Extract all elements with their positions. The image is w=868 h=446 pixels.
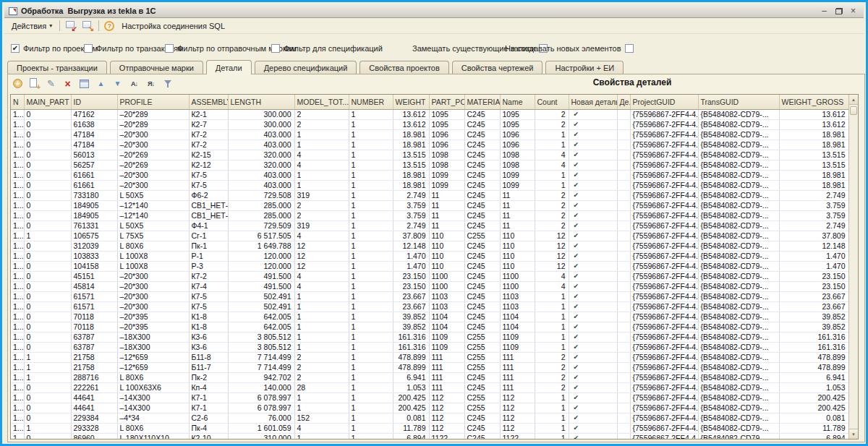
table-cell[interactable]: 319 (294, 220, 349, 231)
table-cell[interactable]: С255 (464, 352, 500, 362)
table-cell[interactable]: {75596867-2FF4-4... (630, 220, 698, 231)
column-header[interactable]: Name (500, 95, 535, 109)
table-cell[interactable]: ✔ (569, 332, 617, 342)
table-cell[interactable]: ✔ (569, 210, 617, 220)
table-cell[interactable]: 1 (294, 140, 349, 150)
table-cell[interactable]: 1 (349, 140, 393, 150)
table-cell[interactable]: 1... (11, 342, 24, 352)
table-cell[interactable]: {B5484082-CD79-... (698, 291, 779, 301)
table-cell[interactable]: 1 (349, 342, 393, 352)
table-cell[interactable]: 1 (294, 342, 349, 352)
table-cell[interactable]: –20*395 (117, 322, 189, 332)
table-cell[interactable]: С245 (464, 291, 500, 301)
table-cell[interactable]: 2.749 (779, 220, 848, 231)
table-cell[interactable]: 152 (294, 413, 349, 423)
sort-descending-button[interactable]: Я↓ (145, 77, 157, 90)
table-cell[interactable] (617, 190, 630, 200)
table-cell[interactable]: 1122 (429, 433, 464, 439)
table-cell[interactable]: 0 (24, 200, 71, 210)
table-cell[interactable]: К2-1 (189, 109, 228, 119)
table-cell[interactable]: С245 (464, 200, 500, 210)
table-cell[interactable]: 285.000 (228, 200, 294, 210)
table-cell[interactable]: 1... (11, 332, 24, 342)
close-button[interactable]: × (847, 6, 859, 16)
table-cell[interactable]: 4 (535, 150, 569, 160)
table-cell[interactable]: 1 (535, 291, 569, 301)
table-cell[interactable]: 1103 (500, 301, 535, 312)
table-cell[interactable]: {75596867-2FF4-4... (630, 160, 698, 170)
table-cell[interactable]: {B5484082-CD79-... (698, 423, 779, 433)
table-cell[interactable]: СВ1_НЕТ-1 (189, 210, 228, 220)
table-cell[interactable]: {B5484082-CD79-... (698, 322, 779, 332)
table-cell[interactable]: ✔ (569, 251, 617, 261)
tab-spec-tree[interactable]: Дерево спецификаций (255, 61, 357, 74)
load-form-button[interactable]: ↙ (65, 21, 77, 31)
table-cell[interactable]: ✔ (569, 190, 617, 200)
table-cell[interactable]: 110 (429, 231, 464, 241)
table-cell[interactable] (617, 119, 630, 129)
table-cell[interactable]: 1... (11, 261, 24, 271)
table-cell[interactable]: 18.981 (779, 129, 848, 140)
table-cell[interactable]: ✔ (569, 231, 617, 241)
table-cell[interactable]: 21758 (71, 362, 117, 372)
table-cell[interactable]: ✔ (569, 170, 617, 180)
table-cell[interactable]: {75596867-2FF4-4... (630, 393, 698, 403)
table-cell[interactable]: –20*269 (117, 150, 189, 160)
table-cell[interactable]: 0 (24, 109, 71, 119)
table-cell[interactable]: {B5484082-CD79-... (698, 150, 779, 160)
table-cell[interactable]: 1 (349, 312, 393, 322)
table-cell[interactable]: С255 (464, 231, 500, 241)
table-cell[interactable]: {B5484082-CD79-... (698, 129, 779, 140)
move-up-button[interactable]: ▲ (95, 77, 107, 90)
table-cell[interactable]: 70118 (71, 322, 117, 332)
table-cell[interactable]: {75596867-2FF4-4... (630, 140, 698, 150)
table-cell[interactable]: {75596867-2FF4-4... (630, 281, 698, 291)
table-cell[interactable] (617, 312, 630, 322)
table-cell[interactable]: 1... (11, 352, 24, 362)
table-cell[interactable]: 3.759 (779, 200, 848, 210)
restore-button[interactable] (833, 6, 845, 16)
table-cell[interactable]: 300.000 (228, 109, 294, 119)
list-settings-button[interactable] (161, 77, 174, 90)
table-cell[interactable]: С245 (464, 433, 500, 439)
table-cell[interactable]: 1104 (500, 312, 535, 322)
column-header[interactable]: LENGTH (228, 95, 294, 109)
table-cell[interactable]: 1096 (500, 140, 535, 150)
table-cell[interactable]: {75596867-2FF4-4... (630, 382, 698, 393)
table-cell[interactable]: 1 (349, 261, 393, 271)
table-cell[interactable]: {B5484082-CD79-... (698, 342, 779, 352)
table-cell[interactable]: 1 (349, 372, 393, 382)
table-cell[interactable]: К7-1 (189, 393, 228, 403)
table-cell[interactable]: ✔ (569, 129, 617, 140)
table-cell[interactable] (617, 261, 630, 271)
table-row[interactable]: 1...0104158L 100X8Р-3120.0001211.470110С… (11, 261, 848, 271)
table-cell[interactable]: 76.000 (228, 413, 294, 423)
table-cell[interactable]: 11 (500, 190, 535, 200)
table-cell[interactable]: 1... (11, 413, 24, 423)
table-row[interactable]: 1...1288716L 80X6Пк-2942.702216.941111С2… (11, 372, 848, 382)
table-cell[interactable]: {B5484082-CD79-... (698, 332, 779, 342)
table-cell[interactable]: 3 805.512 (228, 332, 294, 342)
table-cell[interactable]: 2 (294, 210, 349, 220)
table-cell[interactable]: 0 (24, 150, 71, 160)
table-cell[interactable]: 56257 (71, 160, 117, 170)
add-row-button[interactable]: + (12, 77, 24, 90)
table-cell[interactable]: 0 (24, 301, 71, 312)
table-cell[interactable]: Б11-8 (189, 352, 228, 362)
table-cell[interactable]: 6.941 (393, 372, 429, 382)
table-cell[interactable]: 111 (500, 362, 535, 372)
table-cell[interactable]: {B5484082-CD79-... (698, 180, 779, 190)
table-cell[interactable]: 61571 (71, 301, 117, 312)
table-cell[interactable]: К7-4 (189, 281, 228, 291)
table-cell[interactable]: 11.789 (393, 423, 429, 433)
table-cell[interactable]: 1109 (500, 332, 535, 342)
table-cell[interactable]: С245 (464, 140, 500, 150)
table-cell[interactable] (617, 160, 630, 170)
table-cell[interactable]: С245 (464, 190, 500, 200)
table-cell[interactable]: 3.759 (393, 210, 429, 220)
table-cell[interactable]: 45151 (71, 271, 117, 281)
table-cell[interactable]: 1 (535, 393, 569, 403)
edit-row-button[interactable]: ✎ (45, 77, 57, 90)
table-cell[interactable]: 1100 (500, 281, 535, 291)
table-cell[interactable]: 11 (429, 200, 464, 210)
